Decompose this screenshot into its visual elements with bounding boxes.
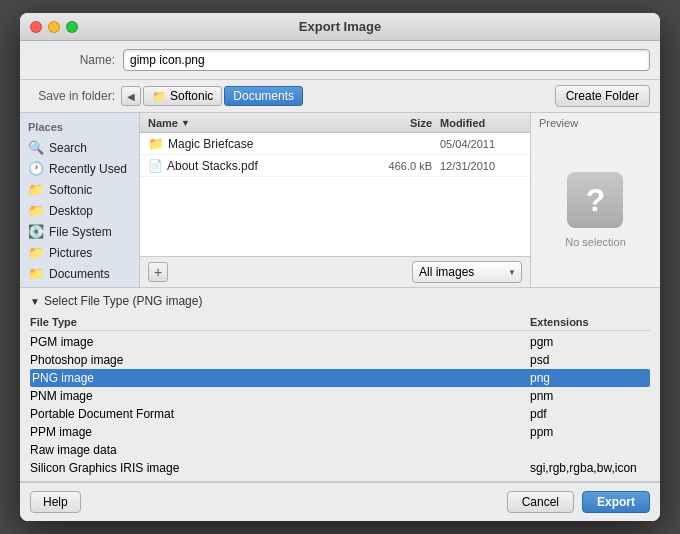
filename-input[interactable] — [123, 49, 650, 71]
table-row[interactable]: 📄 About Stacks.pdf 466.0 kB 12/31/2010 — [140, 155, 530, 177]
softonic-folder-icon: 📁 — [28, 182, 44, 197]
file-list-area: Name ▼ Size Modified 📁 Magic Briefcase 0… — [140, 113, 530, 287]
sidebar-softonic-label: Softonic — [49, 183, 92, 197]
ft-col-ext-header: Extensions — [530, 316, 650, 328]
traffic-lights — [30, 21, 78, 33]
sidebar-pictures-label: Pictures — [49, 246, 92, 260]
list-item[interactable]: Silicon Graphics IRIS image sgi,rgb,rgba… — [30, 459, 650, 477]
breadcrumb-softonic-label: Softonic — [170, 89, 213, 103]
folder-row: Save in folder: ◀ 📁 Softonic Documents C… — [20, 80, 660, 113]
sidebar-item-softonic[interactable]: 📁 Softonic — [20, 179, 139, 200]
right-buttons: Cancel Export — [507, 491, 650, 513]
window-title: Export Image — [299, 19, 381, 34]
sidebar-documents-label: Documents — [49, 267, 110, 281]
sidebar-item-search[interactable]: 🔍 Search — [20, 137, 139, 158]
add-location-button[interactable]: + — [148, 262, 168, 282]
list-item[interactable]: PGM image pgm — [30, 333, 650, 351]
file-rows: 📁 Magic Briefcase 05/04/2011 📄 About Sta… — [140, 133, 530, 256]
sort-arrow-icon: ▼ — [181, 118, 190, 128]
preview-panel: Preview ? No selection — [530, 113, 660, 287]
preview-header: Preview — [531, 113, 586, 133]
file-list-header: Name ▼ Size Modified — [140, 113, 530, 133]
places-sidebar: Places 🔍 Search 🕐 Recently Used 📁 Softon… — [20, 113, 140, 287]
filetype-header-row: File Type Extensions — [30, 314, 650, 331]
sidebar-item-desktop[interactable]: 📁 Desktop — [20, 200, 139, 221]
file-name-cell: 📁 Magic Briefcase — [140, 136, 370, 151]
bottom-bar: Help Cancel Export — [20, 482, 660, 521]
filetype-section-header[interactable]: ▼ Select File Type (PNG image) — [30, 294, 650, 308]
preview-placeholder-icon: ? — [567, 172, 623, 228]
close-button[interactable] — [30, 21, 42, 33]
breadcrumb-documents-label: Documents — [233, 89, 294, 103]
filesystem-icon: 💽 — [28, 224, 44, 239]
cancel-button[interactable]: Cancel — [507, 491, 574, 513]
sidebar-item-pictures[interactable]: 📁 Pictures — [20, 242, 139, 263]
file-name-cell: 📄 About Stacks.pdf — [140, 159, 370, 173]
filter-select[interactable]: All images — [412, 261, 522, 283]
list-item[interactable]: Photoshop image psd — [30, 351, 650, 369]
filetype-section: ▼ Select File Type (PNG image) File Type… — [20, 288, 660, 482]
sidebar-item-recently-used[interactable]: 🕐 Recently Used — [20, 158, 139, 179]
triangle-icon: ▼ — [30, 296, 40, 307]
list-item[interactable]: PNG image png — [30, 369, 650, 387]
main-area: Places 🔍 Search 🕐 Recently Used 📁 Softon… — [20, 113, 660, 288]
col-name-header[interactable]: Name ▼ — [140, 117, 370, 129]
preview-no-selection: No selection — [565, 236, 626, 248]
export-button[interactable]: Export — [582, 491, 650, 513]
save-in-folder-label: Save in folder: — [30, 89, 115, 103]
ft-col-type-header: File Type — [30, 316, 530, 328]
sidebar-desktop-label: Desktop — [49, 204, 93, 218]
file-area-bottom: + All images — [140, 256, 530, 287]
search-icon: 🔍 — [28, 140, 44, 155]
sidebar-filesystem-label: File System — [49, 225, 112, 239]
file-date-cell: 12/31/2010 — [440, 160, 530, 172]
pdf-file-icon: 📄 — [148, 159, 163, 173]
preview-content: ? No selection — [565, 133, 626, 287]
sidebar-search-label: Search — [49, 141, 87, 155]
folder-icon: 📁 — [152, 90, 166, 103]
minimize-button[interactable] — [48, 21, 60, 33]
nav-back-button[interactable]: ◀ — [121, 86, 141, 106]
desktop-icon: 📁 — [28, 203, 44, 218]
create-folder-button[interactable]: Create Folder — [555, 85, 650, 107]
breadcrumb-documents[interactable]: Documents — [224, 86, 303, 106]
filter-wrapper: All images — [412, 261, 522, 283]
breadcrumb-softonic[interactable]: 📁 Softonic — [143, 86, 222, 106]
help-button[interactable]: Help — [30, 491, 81, 513]
name-row: Name: — [20, 41, 660, 80]
name-label: Name: — [30, 53, 115, 67]
col-size-header[interactable]: Size — [370, 117, 440, 129]
maximize-button[interactable] — [66, 21, 78, 33]
list-item[interactable]: Raw image data — [30, 441, 650, 459]
folder-file-icon: 📁 — [148, 136, 164, 151]
sidebar-item-filesystem[interactable]: 💽 File System — [20, 221, 139, 242]
list-item[interactable]: PPM image ppm — [30, 423, 650, 441]
recently-used-icon: 🕐 — [28, 161, 44, 176]
col-modified-header[interactable]: Modified — [440, 117, 530, 129]
sidebar-recently-used-label: Recently Used — [49, 162, 127, 176]
pictures-icon: 📁 — [28, 245, 44, 260]
titlebar: Export Image — [20, 13, 660, 41]
file-date-cell: 05/04/2011 — [440, 138, 530, 150]
documents-icon: 📁 — [28, 266, 44, 281]
export-image-dialog: Export Image Name: Save in folder: ◀ 📁 S… — [20, 13, 660, 521]
list-item[interactable]: Portable Document Format pdf — [30, 405, 650, 423]
filetype-table: File Type Extensions PGM image pgm Photo… — [30, 314, 650, 477]
places-header: Places — [20, 119, 139, 137]
sidebar-item-documents[interactable]: 📁 Documents — [20, 263, 139, 284]
file-size-cell: 466.0 kB — [370, 160, 440, 172]
folder-nav: ◀ 📁 Softonic Documents — [121, 86, 303, 106]
list-item[interactable]: PNM image pnm — [30, 387, 650, 405]
table-row[interactable]: 📁 Magic Briefcase 05/04/2011 — [140, 133, 530, 155]
